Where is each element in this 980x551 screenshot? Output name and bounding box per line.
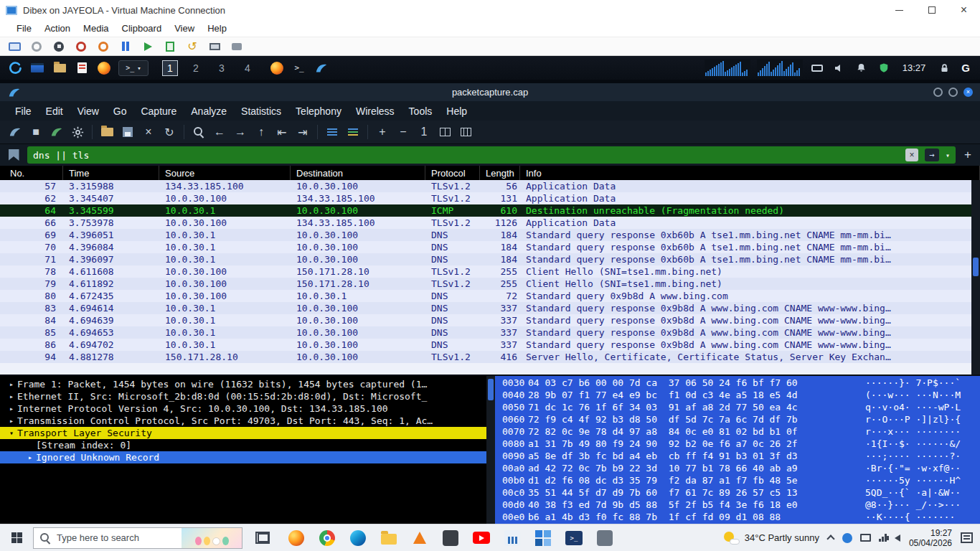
goto-packet-icon[interactable]: ↑: [252, 123, 270, 141]
zoom-original-icon[interactable]: 1: [415, 123, 433, 141]
workspace-2[interactable]: 2: [188, 60, 204, 76]
hex-row[interactable]: 00b0d1 d2 f6 08 dc d3 35 79 f2 da 87 a1 …: [495, 475, 980, 487]
colorize-icon[interactable]: [344, 123, 362, 141]
auto-scroll-icon[interactable]: [323, 123, 341, 141]
packet-row-85[interactable]: 85 4.694653 10.0.30.1 10.0.30.100 DNS 33…: [0, 326, 980, 339]
ws-menu-telephony[interactable]: Telephony: [289, 103, 348, 119]
ws-menu-view[interactable]: View: [71, 103, 105, 119]
task-view-icon[interactable]: [254, 529, 273, 547]
clear-filter-icon[interactable]: ×: [905, 149, 918, 161]
capture-options-icon[interactable]: [68, 123, 87, 141]
vm-maximize-button[interactable]: [915, 0, 948, 20]
app-icon[interactable]: [441, 529, 460, 547]
vm-menu-clipboard[interactable]: Clipboard: [116, 22, 169, 35]
text-editor-icon[interactable]: [74, 60, 90, 76]
edge-icon[interactable]: [349, 529, 367, 547]
restart-capture-icon[interactable]: [47, 123, 66, 141]
back-icon[interactable]: ←: [210, 123, 229, 141]
columns-pref-icon[interactable]: [456, 123, 475, 141]
hex-row[interactable]: 004028 9b 07 f1 77 e4 e9 bc f1 0d c3 4e …: [495, 390, 980, 402]
powershell-icon[interactable]: >_: [565, 529, 583, 547]
display-tray-icon[interactable]: [860, 534, 871, 542]
scrollbar-thumb[interactable]: [488, 379, 494, 400]
tree-toggle-icon[interactable]: ▸: [6, 392, 17, 400]
detail-row[interactable]: ▸ Transmission Control Protocol, Src Por…: [0, 415, 495, 427]
workspace-4[interactable]: 4: [240, 60, 255, 76]
youtube-icon[interactable]: [472, 529, 491, 547]
reload-file-icon[interactable]: ↻: [160, 123, 179, 141]
start-vm-icon[interactable]: [29, 39, 44, 54]
packet-row-64[interactable]: 64 3.345599 10.0.30.1 10.0.30.100 ICMP 6…: [0, 204, 980, 217]
hex-row[interactable]: 0080a1 31 7b 49 80 f9 24 90 92 b2 0e f6 …: [495, 438, 980, 451]
detail-row[interactable]: ▸ Frame 1: Packet, 1454 bytes on wire (1…: [0, 378, 495, 390]
tree-toggle-icon[interactable]: ▸: [6, 405, 17, 413]
hex-row[interactable]: 007072 82 0c 9e 78 d4 97 a8 84 0c e0 81 …: [495, 426, 980, 438]
lock-icon[interactable]: [936, 60, 952, 76]
start-capture-icon[interactable]: [6, 123, 24, 141]
column-header-no[interactable]: No.: [0, 166, 63, 180]
filter-dropdown-caret-icon[interactable]: ▾: [946, 151, 950, 159]
firefox-icon[interactable]: [96, 60, 112, 76]
packet-row-78[interactable]: 78 4.611608 10.0.30.100 150.171.28.10 TL…: [0, 265, 980, 278]
vlc-icon[interactable]: [410, 529, 429, 547]
display-icon[interactable]: [29, 60, 45, 76]
packet-row-69[interactable]: 69 4.396051 10.0.30.1 10.0.30.100 DNS 18…: [0, 229, 980, 241]
revert-icon[interactable]: ↺: [185, 39, 199, 54]
tree-toggle-icon[interactable]: ▾: [6, 429, 17, 437]
vm-menu-view[interactable]: View: [168, 22, 201, 35]
action-center-icon[interactable]: [961, 532, 973, 543]
ws-menu-help[interactable]: Help: [440, 103, 473, 119]
add-filter-button[interactable]: +: [960, 147, 976, 163]
resize-columns-icon[interactable]: [435, 123, 454, 141]
zoom-out-icon[interactable]: −: [394, 123, 413, 141]
packet-list-scrollbar[interactable]: [971, 180, 980, 375]
packet-row-57[interactable]: 57 3.315988 134.33.185.100 10.0.30.100 T…: [0, 180, 980, 192]
hex-row[interactable]: 0090a5 8e df 3b fc bd a4 eb cb ff f4 91 …: [495, 451, 980, 463]
packet-row-83[interactable]: 83 4.694614 10.0.30.1 10.0.30.100 DNS 33…: [0, 302, 980, 314]
column-header-protocol[interactable]: Protocol: [425, 166, 480, 180]
shut-down-icon[interactable]: [74, 39, 88, 54]
share-icon[interactable]: [230, 39, 244, 54]
zoom-in-icon[interactable]: +: [373, 123, 392, 141]
column-header-source[interactable]: Source: [159, 166, 291, 180]
find-packet-icon[interactable]: [189, 123, 208, 141]
packet-row-70[interactable]: 70 4.396084 10.0.30.1 10.0.30.100 DNS 18…: [0, 241, 980, 253]
vm-menu-action[interactable]: Action: [38, 22, 77, 35]
forward-icon[interactable]: →: [231, 123, 250, 141]
search-input[interactable]: Type here to search: [33, 527, 242, 549]
keyboard-icon[interactable]: [809, 60, 825, 76]
tree-toggle-icon[interactable]: ▸: [6, 380, 17, 388]
packet-row-80[interactable]: 80 4.672435 10.0.30.100 10.0.30.1 DNS 72…: [0, 290, 980, 302]
detail-row[interactable]: ▾ Transport Layer Security: [0, 427, 495, 439]
packet-row-79[interactable]: 79 4.611892 10.0.30.100 150.171.28.10 TL…: [0, 278, 980, 290]
detail-row[interactable]: [Stream index: 0]: [0, 439, 495, 451]
column-header-length[interactable]: Length: [480, 166, 520, 180]
checkpoint-icon[interactable]: [163, 39, 177, 54]
packet-row-66[interactable]: 66 3.753978 10.0.30.100 134.33.185.100 T…: [0, 217, 980, 229]
app-window-icon[interactable]: [595, 529, 614, 547]
ws-menu-capture[interactable]: Capture: [134, 103, 183, 119]
detail-row[interactable]: ▸ Ethernet II, Src: Microsoft_2b:d8:0d (…: [0, 390, 495, 402]
packet-row-86[interactable]: 86 4.694702 10.0.30.1 10.0.30.100 DNS 33…: [0, 339, 980, 351]
chrome-icon[interactable]: [318, 529, 336, 547]
tree-toggle-icon[interactable]: ▸: [24, 453, 36, 461]
hex-row[interactable]: 00c035 51 44 5f d7 d9 7b 60 f7 61 7c 89 …: [495, 487, 980, 499]
search-doodle[interactable]: [182, 528, 242, 548]
ws-menu-tools[interactable]: Tools: [402, 103, 439, 119]
hex-row[interactable]: 005071 dc 1c 76 1f 6f 34 03 91 af a8 2d …: [495, 402, 980, 414]
volume-icon[interactable]: [831, 60, 847, 76]
packet-row-84[interactable]: 84 4.694639 10.0.30.1 10.0.30.100 DNS 33…: [0, 314, 980, 326]
ws-minimize-button[interactable]: [933, 88, 943, 97]
notifications-bell-icon[interactable]: [854, 60, 870, 76]
panel-clock[interactable]: 13:27: [898, 62, 930, 73]
packet-row-71[interactable]: 71 4.396097 10.0.30.1 10.0.30.100 DNS 18…: [0, 253, 980, 265]
packet-row-94[interactable]: 94 4.881278 150.171.28.10 10.0.30.100 TL…: [0, 351, 980, 363]
ws-close-button[interactable]: ×: [963, 88, 973, 97]
hidden-icons-chevron-icon[interactable]: [826, 534, 834, 542]
ws-menu-file[interactable]: File: [9, 103, 38, 119]
close-file-icon[interactable]: ×: [139, 123, 158, 141]
apply-filter-icon[interactable]: →: [925, 149, 939, 161]
ws-menu-edit[interactable]: Edit: [39, 103, 70, 119]
file-manager-icon[interactable]: [52, 60, 67, 76]
column-header-info[interactable]: Info: [520, 166, 980, 180]
